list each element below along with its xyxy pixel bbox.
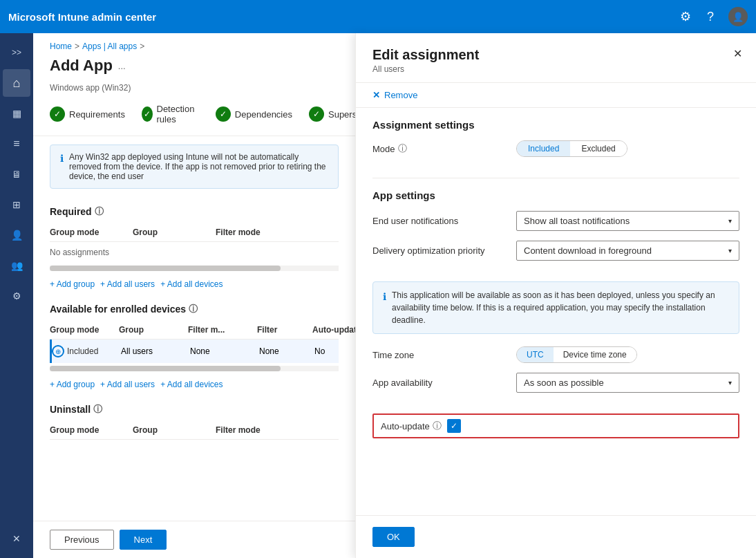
available-scrollbar[interactable] (50, 366, 339, 371)
mode-excluded-button[interactable]: Excluded (570, 141, 626, 156)
profile-avatar[interactable]: 👤 (728, 7, 748, 26)
topbar: Microsoft Intune admin center ⚙ ? 👤 (0, 0, 756, 33)
sidebar-item-dashboard[interactable]: ▦ (3, 100, 30, 127)
panel-info-icon: ℹ (383, 290, 386, 326)
step-dependencies-label: Dependencies (235, 109, 292, 120)
sidebar-item-devices[interactable]: 🖥 (3, 160, 30, 188)
row-filter-mode: None (190, 346, 259, 356)
app-availability-value: As soon as possible (524, 378, 604, 388)
mode-included-button[interactable]: Included (517, 141, 570, 156)
page-header: Add App ... (33, 54, 355, 83)
step-dependencies-icon: ✓ (216, 106, 231, 122)
end-user-notifications-value: Show all toast notifications (524, 216, 630, 226)
remove-label: Remove (384, 90, 417, 100)
assignment-settings-section: Assignment settings Mode ⓘ Included Excl… (356, 108, 756, 178)
step-supersedence-icon: ✓ (309, 106, 324, 122)
available-section-title: Available for enrolled devices ⓘ (50, 303, 339, 315)
tz-utc-button[interactable]: UTC (517, 347, 554, 362)
info-banner: ℹ Any Win32 app deployed using Intune wi… (50, 145, 339, 189)
end-user-notifications-chevron: ▾ (728, 217, 732, 225)
breadcrumb-home[interactable]: Home (50, 41, 72, 51)
sidebar: >> ⌂ ▦ ≡ 🖥 ⊞ 👤 👥 ⚙ ✕ (0, 33, 33, 558)
required-scrollbar[interactable] (50, 266, 339, 271)
no-assignments: No assignments (50, 242, 339, 263)
required-section-title: Required ⓘ (50, 205, 339, 218)
available-add-all-users[interactable]: + Add all users (100, 380, 155, 389)
panel-info-text: This application will be available as so… (392, 289, 729, 326)
required-add-links: + Add group + Add all users + Add all de… (50, 274, 339, 295)
step-requirements: ✓ Requirements (50, 106, 125, 122)
available-table-row[interactable]: ⊕ Included All users None None No (50, 340, 339, 363)
auto-update-label: Auto-update ⓘ (381, 420, 442, 432)
available-add-group[interactable]: + Add group (50, 380, 95, 389)
sidebar-item-tools[interactable]: ✕ (3, 525, 30, 552)
next-button[interactable]: Next (120, 530, 167, 550)
breadcrumb-apps[interactable]: Apps | All apps (82, 41, 137, 51)
mode-field-row: Mode ⓘ Included Excluded (372, 140, 739, 157)
breadcrumb: Home > Apps | All apps > (33, 33, 355, 54)
sidebar-item-settings[interactable]: ⚙ (3, 282, 30, 310)
sidebar-item-users[interactable]: 👤 (3, 221, 30, 249)
mode-info-icon[interactable]: ⓘ (398, 142, 407, 155)
mode-label: Mode ⓘ (372, 142, 511, 155)
available-section: Available for enrolled devices ⓘ Group m… (33, 295, 355, 395)
row-group: All users (121, 346, 190, 356)
time-zone-section: Time zone UTC Device time zone App avail… (356, 344, 756, 413)
available-table-header: Group mode Group Filter m... Filter Auto… (50, 321, 339, 340)
assignment-settings-title: Assignment settings (372, 119, 739, 131)
end-user-notifications-label: End user notifications (372, 216, 511, 226)
sidebar-item-groups[interactable]: 👥 (3, 252, 30, 279)
app-availability-label: App availability (372, 378, 511, 388)
delivery-opt-dropdown[interactable]: Content download in foreground ▾ (516, 241, 739, 261)
main-content: Home > Apps | All apps > Add App ... Win… (33, 33, 355, 558)
step-supersedence-label: Supersedence (328, 109, 355, 120)
sidebar-item-reports[interactable]: ≡ (3, 130, 30, 158)
page-subtitle: Windows app (Win32) (33, 83, 355, 93)
panel-title: Edit assignment (372, 47, 739, 63)
auto-update-info-icon[interactable]: ⓘ (433, 420, 442, 432)
step-dependencies: ✓ Dependencies (216, 106, 292, 122)
previous-button[interactable]: Previous (50, 530, 114, 550)
page-more[interactable]: ... (118, 61, 126, 71)
included-badge: ⊕ Included (52, 345, 121, 357)
available-add-links: + Add group + Add all users + Add all de… (50, 374, 339, 395)
info-banner-text: Any Win32 app deployed using Intune will… (69, 152, 328, 181)
remove-row[interactable]: ✕ Remove (356, 83, 756, 108)
auto-update-checkbox[interactable]: ✓ (447, 419, 461, 433)
panel-footer: OK (356, 515, 756, 558)
delivery-opt-label: Delivery optimization priority (372, 245, 511, 256)
sidebar-item-apps[interactable]: ⊞ (3, 191, 30, 218)
step-detection-label: Detection rules (157, 104, 199, 124)
tz-device-button[interactable]: Device time zone (554, 347, 636, 362)
edit-assignment-panel: Edit assignment All users ✕ ✕ Remove Ass… (355, 33, 756, 558)
end-user-notifications-row: End user notifications Show all toast no… (372, 211, 739, 231)
settings-icon[interactable]: ⚙ (679, 10, 692, 24)
delivery-opt-value: Content download in foreground (524, 245, 652, 256)
step-detection: ✓ Detection rules (142, 104, 199, 124)
breadcrumb-sep1: > (75, 41, 79, 51)
layout: >> ⌂ ▦ ≡ 🖥 ⊞ 👤 👥 ⚙ ✕ Home > Apps | All a… (0, 33, 756, 558)
app-availability-row: App availability As soon as possible ▾ (372, 373, 739, 393)
help-icon[interactable]: ? (703, 10, 717, 24)
required-info-icon[interactable]: ⓘ (95, 205, 104, 218)
app-availability-dropdown[interactable]: As soon as possible ▾ (516, 373, 739, 393)
uninstall-info-icon[interactable]: ⓘ (93, 403, 102, 416)
included-circle-icon: ⊕ (52, 345, 64, 357)
sidebar-item-home[interactable]: ⌂ (3, 69, 30, 97)
required-add-all-devices[interactable]: + Add all devices (160, 279, 223, 289)
end-user-notifications-dropdown[interactable]: Show all toast notifications ▾ (516, 211, 739, 231)
step-requirements-label: Requirements (69, 109, 125, 120)
available-info-icon[interactable]: ⓘ (189, 303, 198, 315)
required-section: Required ⓘ Group mode Group Filter mode … (33, 197, 355, 295)
ok-button[interactable]: OK (372, 527, 415, 547)
uninstall-table-header: Group mode Group Filter mode (50, 421, 339, 440)
delivery-opt-row: Delivery optimization priority Content d… (372, 241, 739, 261)
panel-close-button[interactable]: ✕ (730, 44, 745, 63)
sidebar-expand[interactable]: >> (3, 39, 30, 66)
auto-update-row: Auto-update ⓘ ✓ (372, 413, 739, 438)
required-add-all-users[interactable]: + Add all users (100, 279, 155, 289)
remove-icon: ✕ (372, 90, 380, 100)
available-add-all-devices[interactable]: + Add all devices (160, 380, 223, 389)
required-add-group[interactable]: + Add group (50, 279, 95, 289)
delivery-opt-chevron: ▾ (728, 247, 732, 254)
